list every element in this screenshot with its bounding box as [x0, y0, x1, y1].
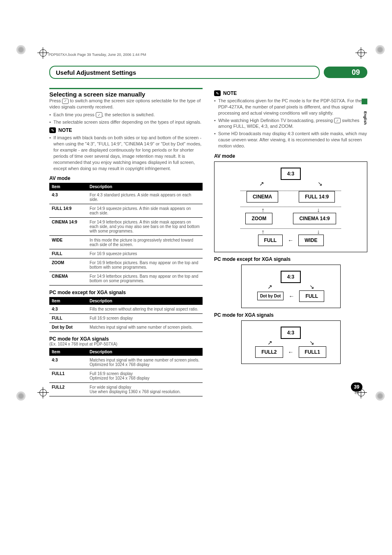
- bullet-item: Some HD broadcasts may display 4:3 conte…: [214, 131, 367, 149]
- diagram-node: ZOOM: [245, 213, 272, 224]
- crop-mark-tl: [39, 49, 47, 57]
- arrow-left-icon: ←: [288, 349, 294, 355]
- diagram-node: FULL 14:9: [299, 191, 335, 203]
- diagram-node: FULL1: [299, 346, 326, 358]
- print-registration-star-br: [376, 391, 385, 401]
- print-registration-star-bl: [16, 391, 25, 401]
- arrow-down-icon: ↓: [317, 229, 320, 235]
- bullet-item: The selectable screen sizes differ depen…: [49, 119, 203, 125]
- arrow-down-right-icon: ↘: [318, 181, 323, 187]
- diagram-node: 4:3: [281, 271, 301, 283]
- print-registration-star-tr: [376, 45, 385, 54]
- xga-mode-heading: PC mode for XGA signals: [214, 312, 367, 318]
- arrow-up-icon: ↑: [262, 229, 265, 235]
- note-label: NOTE: [223, 90, 237, 96]
- accent-bar: [49, 88, 203, 89]
- note-bullets: If images with black bands on both sides…: [49, 135, 203, 171]
- pc-mode-heading: PC mode except for XGA signals: [214, 256, 367, 262]
- table-row: FULL2For wide signal display Use when di…: [49, 383, 203, 396]
- xga-mode-diagram: 4:3 ↗ ↘ FULL2 ← FULL1: [241, 320, 341, 364]
- bullet-item: Each time you press ⤢, the selection is …: [49, 112, 203, 118]
- table-row: Dot by DotMatches input signal with same…: [49, 323, 203, 332]
- chapter-number-badge: 09: [324, 67, 367, 78]
- arrow-up-left-icon: ↗: [267, 340, 272, 345]
- screen-size-button-icon: ⤢: [334, 118, 341, 123]
- arrow-up-icon: ↑: [262, 207, 265, 213]
- screen-size-button-icon: ⤢: [62, 99, 69, 104]
- arrow-up-left-icon: ↗: [267, 284, 272, 290]
- table-header: Description: [87, 183, 203, 191]
- arrow-left-icon: ←: [288, 293, 294, 299]
- section-heading: Selecting a screen size manually: [49, 91, 203, 98]
- table-header: Description: [87, 297, 203, 305]
- table-row: 4:3Matches input signal with the same nu…: [49, 356, 203, 369]
- table-row: FULLFull 16:9 screen display: [49, 314, 203, 323]
- diagram-node: FULL2: [255, 346, 283, 358]
- note-icon: ✎: [214, 90, 221, 96]
- table-row: 4:3Fills the screen without altering the…: [49, 305, 203, 314]
- intro-paragraph: Press ⤢ Press ⤢ to switch among the scre…: [49, 98, 203, 110]
- table-row: FULL 14:9For 14:9 squeeze pictures. A th…: [49, 204, 203, 218]
- av-mode-diagram: 4:3 ↗ ↘ CINEMA FULL 14:9 ↑ ↓ ZOOM CINEM: [214, 161, 367, 252]
- right-column: ✎ NOTE The specifications given for the …: [214, 88, 367, 396]
- arrow-down-icon: ↓: [317, 207, 320, 213]
- page-language-code: En: [355, 391, 359, 395]
- diagram-node: WIDE: [298, 235, 323, 246]
- note-label: NOTE: [58, 127, 72, 133]
- arrow-left-icon: ←: [288, 237, 293, 243]
- pc-mode-table: Item Description 4:3Fills the screen wit…: [49, 297, 203, 332]
- note-bullets: The specifications given for the PC mode…: [214, 98, 367, 149]
- pdf-bookmark-line: PDP507XA.book Page 39 Tuesday, June 20, …: [48, 53, 146, 57]
- diagram-node: CINEMA 14:9: [293, 213, 336, 224]
- arrow-down-right-icon: ↘: [309, 284, 314, 290]
- av-mode-heading: AV mode: [214, 153, 367, 159]
- pc-mode-diagram: 4:3 ↗ ↘ Dot by Dot ← FULL: [241, 265, 341, 308]
- table-header: Item: [49, 183, 87, 191]
- table-row: WIDEIn this mode the picture is progress…: [49, 236, 203, 249]
- arrow-up-left-icon: ↗: [259, 181, 264, 187]
- left-column: Selecting a screen size manually Press ⤢…: [49, 88, 203, 396]
- table-row: FULL1Full 16:9 screen display Optimized …: [49, 369, 203, 383]
- diagram-node: FULL: [258, 235, 283, 246]
- intro-bullets: Each time you press ⤢, the selection is …: [49, 112, 203, 125]
- crop-mark-bl: [39, 389, 47, 396]
- note-icon: ✎: [49, 127, 56, 133]
- bullet-item: The specifications given for the PC mode…: [214, 98, 367, 116]
- table-header: Item: [49, 348, 87, 356]
- table-header: Description: [87, 348, 203, 356]
- page-number-badge: 39: [351, 382, 362, 391]
- table-row: CINEMA 14:9For 14:9 letterbox pictures. …: [49, 218, 203, 236]
- diagram-node: 4:3: [281, 327, 301, 339]
- av-mode-table: Item Description 4:3For 4:3 standard pic…: [49, 183, 203, 286]
- bullet-item: While watching High Definition TV broadc…: [214, 117, 367, 130]
- table-row: ZOOMFor 16:9 letterbox pictures. Bars ma…: [49, 258, 203, 272]
- diagram-node: FULL: [299, 290, 324, 302]
- crop-mark-tr: [357, 49, 365, 57]
- xga-mode-heading: PC mode for XGA signals: [49, 336, 203, 342]
- xga-example-note: (Ex. 1024 x 768 input at PDP-507XA): [49, 342, 203, 346]
- diagram-node: 4:3: [281, 168, 301, 180]
- table-row: CINEMAFor 14:9 letterbox pictures. Bars …: [49, 272, 203, 286]
- screen-size-button-icon: ⤢: [96, 112, 102, 117]
- print-registration-star-tl: [16, 45, 25, 54]
- arrow-down-right-icon: ↘: [309, 340, 314, 345]
- table-row: 4:3For 4:3 standard pictures. A side mas…: [49, 191, 203, 204]
- chapter-title: Useful Adjustment Settings: [49, 66, 320, 79]
- table-header: Item: [49, 297, 87, 305]
- xga-mode-table: Item Description 4:3Matches input signal…: [49, 348, 203, 396]
- table-row: FULLFor 16:9 squeeze pictures: [49, 249, 203, 258]
- av-mode-heading: AV mode: [49, 175, 203, 181]
- pc-mode-heading: PC mode except for XGA signals: [49, 290, 203, 295]
- bullet-item: If images with black bands on both sides…: [49, 135, 203, 171]
- diagram-node: CINEMA: [247, 191, 278, 203]
- diagram-node: Dot by Dot: [257, 292, 284, 300]
